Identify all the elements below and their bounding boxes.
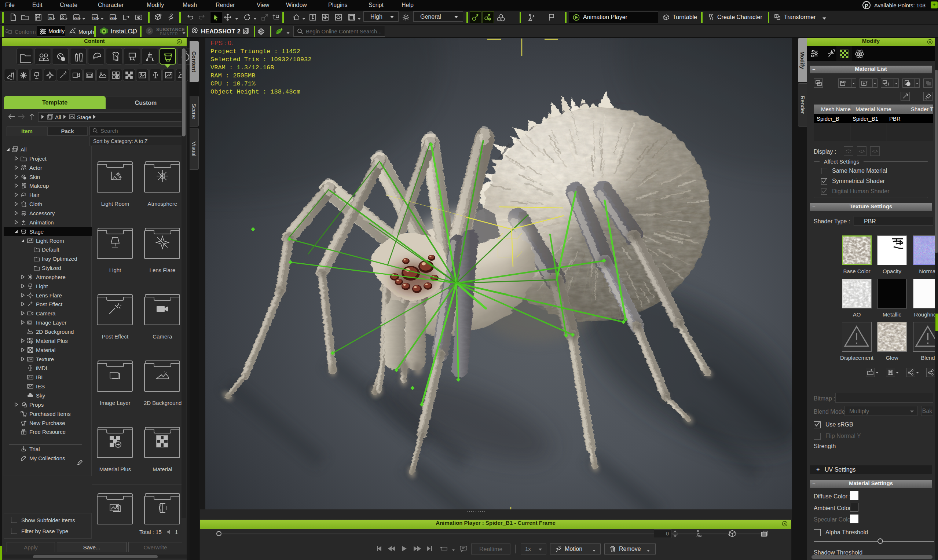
svg-text:IC: IC — [49, 17, 52, 19]
svg-text:USD: USD — [110, 17, 115, 19]
svg-text:S: S — [148, 29, 151, 34]
svg-text:FBX: FBX — [92, 17, 97, 19]
svg-text:OBJ: OBJ — [74, 17, 79, 19]
